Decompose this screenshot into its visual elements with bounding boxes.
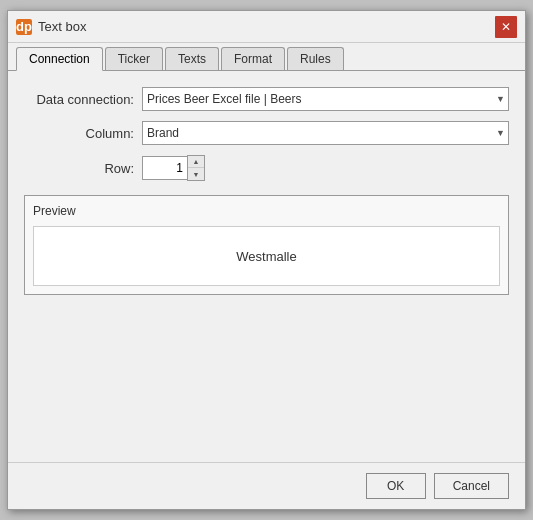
tab-bar: Connection Ticker Texts Format Rules xyxy=(8,43,525,71)
dialog-window: dp Text box ✕ Connection Ticker Texts Fo… xyxy=(7,10,526,510)
tab-content: Data connection: Prices Beer Excel file … xyxy=(8,71,525,462)
cancel-button[interactable]: Cancel xyxy=(434,473,509,499)
column-select-wrapper: Brand xyxy=(142,121,509,145)
column-control: Brand xyxy=(142,121,509,145)
ok-button[interactable]: OK xyxy=(366,473,426,499)
tab-texts[interactable]: Texts xyxy=(165,47,219,70)
row-input[interactable] xyxy=(142,156,187,180)
tab-connection[interactable]: Connection xyxy=(16,47,103,71)
data-connection-select-wrapper: Prices Beer Excel file | Beers xyxy=(142,87,509,111)
preview-label: Preview xyxy=(33,204,500,218)
column-row: Column: Brand xyxy=(24,121,509,145)
title-bar: dp Text box ✕ xyxy=(8,11,525,43)
preview-content: Westmalle xyxy=(33,226,500,286)
preview-value: Westmalle xyxy=(236,249,296,264)
window-title: Text box xyxy=(38,19,86,34)
tab-rules[interactable]: Rules xyxy=(287,47,344,70)
preview-section: Preview Westmalle xyxy=(24,195,509,295)
data-connection-select[interactable]: Prices Beer Excel file | Beers xyxy=(142,87,509,111)
app-icon: dp xyxy=(16,19,32,35)
column-label: Column: xyxy=(24,126,134,141)
data-connection-row: Data connection: Prices Beer Excel file … xyxy=(24,87,509,111)
data-connection-control: Prices Beer Excel file | Beers xyxy=(142,87,509,111)
dialog-footer: OK Cancel xyxy=(8,462,525,509)
row-label: Row: xyxy=(24,161,134,176)
row-spinner: ▲ ▼ xyxy=(142,155,205,181)
spinner-down-button[interactable]: ▼ xyxy=(188,168,204,180)
spinner-up-button[interactable]: ▲ xyxy=(188,156,204,168)
row-control: ▲ ▼ xyxy=(142,155,509,181)
spinner-buttons: ▲ ▼ xyxy=(187,155,205,181)
tab-format[interactable]: Format xyxy=(221,47,285,70)
data-connection-label: Data connection: xyxy=(24,92,134,107)
close-button[interactable]: ✕ xyxy=(495,16,517,38)
row-row: Row: ▲ ▼ xyxy=(24,155,509,181)
title-bar-left: dp Text box xyxy=(16,19,86,35)
tab-ticker[interactable]: Ticker xyxy=(105,47,163,70)
column-select[interactable]: Brand xyxy=(142,121,509,145)
